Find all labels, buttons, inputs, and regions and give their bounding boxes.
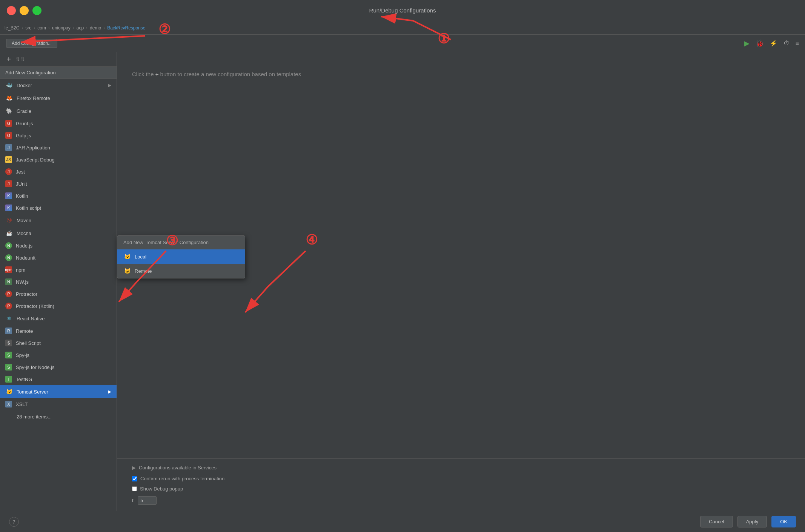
shell-script-icon: $ bbox=[5, 340, 12, 346]
sidebar-item-tomcat[interactable]: 🐱 Tomcat Server ▶ bbox=[0, 385, 117, 398]
help-button[interactable]: ? bbox=[9, 517, 19, 527]
sidebar-item-jest[interactable]: J Jest bbox=[0, 166, 117, 178]
sidebar-item-npm[interactable]: npm npm bbox=[0, 264, 117, 276]
mocha-icon: ☕ bbox=[5, 229, 13, 237]
sidebar-item-jar[interactable]: J JAR Application bbox=[0, 141, 117, 154]
breadcrumb-item[interactable]: acp bbox=[77, 25, 84, 31]
sidebar-item-nodejs[interactable]: N Node.js bbox=[0, 240, 117, 252]
cancel-button[interactable]: Cancel bbox=[700, 516, 733, 527]
config-services-row: ▶ Configurations available in Services bbox=[132, 465, 790, 470]
add-configuration-button[interactable]: Add Configuration... bbox=[6, 39, 57, 48]
kotlin-script-icon: K bbox=[5, 204, 12, 211]
sidebar-item-js-debug[interactable]: JS JavaScript Debug bbox=[0, 154, 117, 166]
breadcrumb-item[interactable]: src bbox=[25, 25, 31, 31]
sidebar-item-firefox-remote[interactable]: 🦊 Firefox Remote bbox=[0, 92, 117, 105]
sidebar-item-label: Grunt.js bbox=[16, 121, 33, 126]
breadcrumb-item-current[interactable]: BackRcvResponse bbox=[107, 25, 145, 31]
sidebar-item-protractor[interactable]: P Protractor bbox=[0, 288, 117, 300]
kotlin-icon: K bbox=[5, 192, 12, 199]
minimize-button[interactable] bbox=[20, 6, 29, 15]
xslt-icon: X bbox=[5, 401, 12, 407]
sidebar-item-protractor-kotlin[interactable]: P Protractor (Kotlin) bbox=[0, 300, 117, 312]
confirm-rerun-checkbox[interactable] bbox=[132, 476, 137, 481]
run-icon[interactable]: ▶ bbox=[744, 39, 750, 48]
footer: ? Cancel Apply OK bbox=[0, 511, 805, 532]
config-services-label: Configurations available in Services bbox=[139, 465, 217, 470]
limit-label: t: bbox=[132, 498, 135, 503]
sidebar-item-label: Nodeunit bbox=[16, 255, 35, 261]
sidebar-item-kotlin-script[interactable]: K Kotlin script bbox=[0, 202, 117, 214]
sidebar-item-maven[interactable]: Ⓜ Maven bbox=[0, 214, 117, 227]
sidebar-item-label: 28 more items... bbox=[17, 414, 52, 420]
sidebar-item-shell-script[interactable]: $ Shell Script bbox=[0, 337, 117, 349]
breadcrumb-item[interactable]: le_B2C bbox=[5, 25, 19, 31]
sidebar-item-grunt[interactable]: G Grunt.js bbox=[0, 117, 117, 129]
sidebar-item-react-native[interactable]: ⚛ React Native bbox=[0, 312, 117, 325]
breadcrumb-sep: › bbox=[34, 25, 35, 31]
tomcat-icon: 🐱 bbox=[5, 388, 13, 395]
debug-popup-checkbox[interactable] bbox=[132, 486, 137, 491]
sidebar-item-label: Kotlin script bbox=[16, 205, 41, 211]
junit-icon: J bbox=[5, 180, 12, 187]
profile-icon[interactable]: ⏱ bbox=[783, 40, 790, 47]
submenu-item-local[interactable]: 🐱 Local bbox=[117, 249, 245, 264]
sidebar-item-docker[interactable]: 🐳 Docker ▶ bbox=[0, 79, 117, 92]
content-hint: Click the + button to create a new confi… bbox=[132, 71, 790, 77]
window-title: Run/Debug Configurations bbox=[369, 7, 436, 14]
spy-js-icon: S bbox=[5, 352, 12, 358]
sidebar-item-label: NW.js bbox=[16, 279, 29, 285]
docker-icon: 🐳 bbox=[5, 81, 13, 89]
grunt-icon: G bbox=[5, 120, 12, 127]
maximize-button[interactable] bbox=[32, 6, 41, 15]
sidebar-item-label: npm bbox=[16, 267, 25, 273]
sidebar-item-mocha[interactable]: ☕ Mocha bbox=[0, 227, 117, 240]
more-icon bbox=[5, 413, 13, 420]
submenu-item-label: Remote bbox=[135, 268, 152, 274]
sidebar-item-kotlin[interactable]: K Kotlin bbox=[0, 190, 117, 202]
submenu-item-remote[interactable]: 🐱 Remote bbox=[117, 264, 245, 278]
nodeunit-icon: N bbox=[5, 254, 12, 261]
debug-icon[interactable]: 🐞 bbox=[756, 39, 764, 48]
sidebar-item-xslt[interactable]: X XSLT bbox=[0, 398, 117, 410]
more-icon[interactable]: ≡ bbox=[796, 40, 799, 47]
limit-input[interactable] bbox=[138, 496, 157, 505]
sidebar-item-remote[interactable]: R Remote bbox=[0, 325, 117, 337]
npm-icon: npm bbox=[5, 266, 12, 273]
coverage-icon[interactable]: ⚡ bbox=[770, 40, 777, 47]
sidebar-item-more[interactable]: 28 more items... bbox=[0, 410, 117, 423]
sidebar-item-gradle[interactable]: 🐘 Gradle bbox=[0, 105, 117, 117]
jar-icon: J bbox=[5, 144, 12, 151]
breadcrumb-item[interactable]: com bbox=[37, 25, 46, 31]
sidebar-item-junit[interactable]: J JUnit bbox=[0, 178, 117, 190]
breadcrumb-sep: › bbox=[103, 25, 105, 31]
sidebar-item-label: Remote bbox=[16, 328, 33, 334]
remote-submenu-icon: 🐱 bbox=[123, 267, 131, 275]
protractor-icon: P bbox=[5, 291, 12, 297]
firefox-icon: 🦊 bbox=[5, 94, 13, 102]
breadcrumb-item[interactable]: unionpay bbox=[52, 25, 71, 31]
sidebar-item-label: JavaScript Debug bbox=[16, 157, 55, 163]
sidebar-item-label: JUnit bbox=[16, 181, 27, 187]
breadcrumb-item[interactable]: demo bbox=[90, 25, 101, 31]
apply-button[interactable]: Apply bbox=[737, 516, 767, 527]
sidebar-item-label: TestNG bbox=[16, 377, 32, 382]
nwjs-icon: N bbox=[5, 278, 12, 285]
sidebar-item-spy-js[interactable]: S Spy-js bbox=[0, 349, 117, 361]
ok-button[interactable]: OK bbox=[771, 516, 796, 527]
sidebar-item-nwjs[interactable]: N NW.js bbox=[0, 276, 117, 288]
sidebar-item-nodeunit[interactable]: N Nodeunit bbox=[0, 252, 117, 264]
sidebar-item-testng[interactable]: T TestNG bbox=[0, 373, 117, 385]
sidebar-item-label: Tomcat Server bbox=[17, 389, 48, 395]
sidebar-item-label: Maven bbox=[17, 218, 31, 223]
submenu-popup: Add New 'Tomcat Server' Configuration 🐱 … bbox=[117, 235, 245, 278]
js-debug-icon: JS bbox=[5, 156, 12, 163]
sidebar-item-label: Kotlin bbox=[16, 193, 28, 199]
expand-icon[interactable]: ▶ bbox=[132, 465, 136, 470]
sidebar-item-gulp[interactable]: G Gulp.js bbox=[0, 129, 117, 141]
debug-popup-label: Show Debug popup bbox=[140, 486, 183, 492]
close-button[interactable] bbox=[7, 6, 16, 15]
add-new-config-button[interactable]: + bbox=[4, 54, 14, 64]
sidebar-item-label: XSLT bbox=[16, 401, 28, 407]
traffic-lights bbox=[7, 6, 41, 15]
sidebar-item-spy-js-node[interactable]: S Spy-js for Node.js bbox=[0, 361, 117, 373]
